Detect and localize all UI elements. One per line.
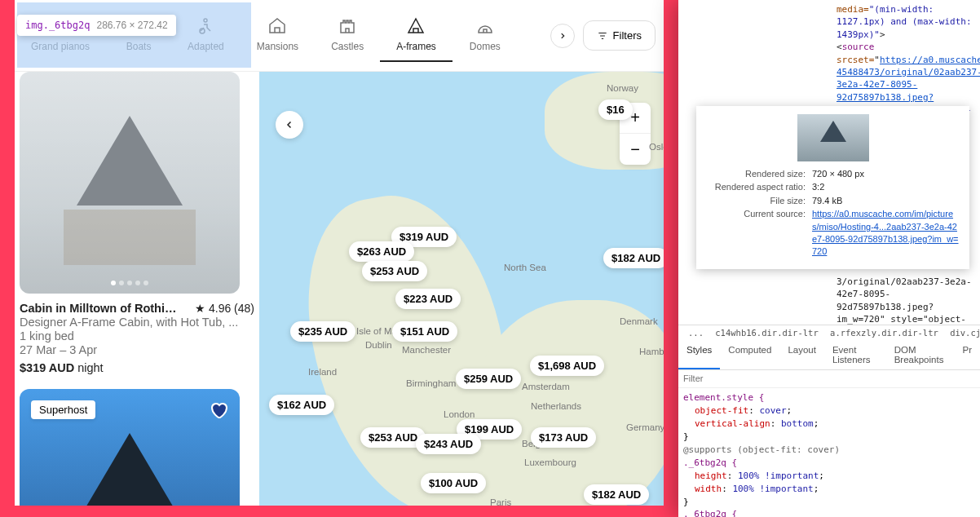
popup-value: 79.4 kB (812, 195, 960, 207)
filter-icon (597, 30, 608, 42)
listing-rating: ★ 4.96 (48) (195, 302, 254, 315)
css-selector: ._6tbg2q { (683, 457, 737, 468)
listing-dates: 27 Mar – 3 Apr (20, 343, 254, 356)
css-prop[interactable]: width (695, 484, 722, 494)
aframe-icon (406, 16, 426, 36)
dot[interactable] (143, 281, 148, 285)
cat-mansions[interactable]: Mansions (241, 10, 315, 62)
mansion-icon (267, 16, 287, 36)
filters-button[interactable]: Filters (583, 20, 656, 51)
tab-computed[interactable]: Computed (720, 340, 779, 369)
price-pill[interactable]: $223 AUD (395, 289, 461, 309)
price-pill[interactable]: $1,698 AUD (530, 356, 604, 376)
listing-image[interactable]: Superhost (20, 389, 240, 506)
price-pill[interactable]: $253 AUD (362, 261, 427, 281)
image-hover-popup: Rendered size:720 × 480 px Rendered aspe… (696, 106, 969, 269)
crumb[interactable]: div.cjv59qb.dir.dir-ltr (950, 328, 980, 338)
price-pill[interactable]: $16 (598, 99, 633, 120)
dom-breadcrumbs[interactable]: ... c14whb16.dir.dir-ltr a.rfexzly.dir.d… (678, 325, 980, 340)
styles-filter-input[interactable] (683, 373, 975, 383)
price-suffix: night (74, 361, 103, 374)
dot[interactable] (135, 281, 140, 285)
tab-styles[interactable]: Styles (678, 340, 720, 369)
styles-filter-row (678, 370, 980, 388)
inspector-tooltip: img._6tbg2q 286.76 × 272.42 (17, 15, 176, 36)
category-next-button[interactable] (550, 24, 575, 48)
popup-thumbnail (797, 114, 869, 161)
dot[interactable] (127, 281, 132, 285)
listing-image[interactable] (20, 72, 240, 294)
popup-key: File size: (706, 195, 812, 207)
popup-value: 3:2 (812, 181, 960, 193)
css-selector: ._6tbg2q { (683, 509, 737, 517)
cat-aframes[interactable]: A-frames (380, 10, 452, 62)
listing-beds: 1 king bed (20, 329, 254, 342)
css-val[interactable]: 100% !important (732, 484, 813, 494)
tab-event-listeners[interactable]: Event Listeners (824, 340, 886, 369)
css-val[interactable]: 100% !important (738, 471, 819, 481)
cat-domes[interactable]: Domes (452, 10, 518, 62)
cat-label: Mansions (257, 41, 298, 52)
listing-price: $319 AUD night (20, 361, 254, 374)
map-panel[interactable]: + − Norway Oslo North Sea Denmark Hambur… (259, 72, 664, 506)
dot[interactable] (111, 281, 116, 285)
superhost-badge: Superhost (31, 400, 95, 419)
popup-key: Rendered aspect ratio: (706, 181, 812, 193)
listing-info: Cabin in Milltown of Rothie... ★ 4.96 (4… (20, 294, 254, 374)
content-area: Cabin in Milltown of Rothie... ★ 4.96 (4… (15, 72, 664, 506)
price-pill[interactable]: $243 AUD (416, 434, 481, 454)
devtools-tabs: Styles Computed Layout Event Listeners D… (678, 340, 980, 370)
zoom-out-button[interactable]: − (620, 134, 651, 165)
price-pill[interactable]: $182 AUD (584, 484, 649, 505)
tooltip-selector: img._6tbg2q (25, 20, 90, 31)
map-back-button[interactable] (276, 111, 303, 139)
price-pill[interactable]: $100 AUD (421, 473, 486, 493)
popup-value: 720 × 480 px (812, 168, 960, 180)
listing-card-1[interactable]: Cabin in Milltown of Rothie... ★ 4.96 (4… (20, 72, 254, 374)
crumb[interactable]: ... (688, 328, 704, 338)
crumb[interactable]: c14whb16.dir.dir-ltr (715, 328, 818, 338)
price-pill[interactable]: $182 AUD (603, 248, 664, 268)
tab-layout[interactable]: Layout (779, 340, 824, 369)
price-pill[interactable]: $151 AUD (392, 321, 457, 342)
price-pill[interactable]: $263 AUD (349, 241, 414, 262)
castle-icon (338, 16, 357, 36)
tab-dom-breakpoints[interactable]: DOM Breakpoints (886, 340, 955, 369)
css-val[interactable]: bottom (781, 418, 814, 429)
devtools-panel: media="(min-width: 1127.1px) and (max-wi… (678, 0, 980, 517)
dome-icon (475, 16, 495, 36)
crumb[interactable]: a.rfexzly.dir.dir-ltr (830, 328, 938, 338)
css-val[interactable]: cover (759, 405, 786, 416)
tooltip-dims: 286.76 × 272.42 (96, 20, 167, 31)
popup-key: Rendered size: (706, 168, 812, 180)
tab-more[interactable]: Pr (955, 340, 981, 369)
css-prop[interactable]: height (695, 471, 727, 481)
dom-line: 3/original/02aab237-3e2a-42e7-8095-92d75… (837, 276, 977, 325)
css-selector: element.style { (683, 392, 764, 403)
cat-label: Castles (331, 41, 364, 52)
popup-source-link[interactable]: https://a0.muscache.com/im/pictures/miso… (812, 208, 960, 258)
styles-panel[interactable]: element.style { object-fit: cover; verti… (678, 388, 980, 517)
cat-label: A-frames (396, 41, 436, 52)
price-pill[interactable]: $173 AUD (531, 427, 596, 448)
filters-label: Filters (613, 29, 642, 42)
listing-title: Cabin in Milltown of Rothie... (20, 302, 179, 315)
cat-castles[interactable]: Castles (315, 10, 380, 62)
price-pill[interactable]: $235 AUD (290, 321, 355, 342)
favorite-button[interactable] (209, 400, 228, 420)
dom-tree[interactable]: media="(min-width: 1127.1px) and (max-wi… (678, 0, 980, 325)
css-supports: @supports (object-fit: cover) (683, 444, 975, 457)
price-amount: $319 AUD (20, 361, 74, 374)
chevron-left-icon (285, 120, 294, 130)
price-pill[interactable]: $162 AUD (269, 395, 334, 415)
price-pill[interactable]: $259 AUD (456, 369, 521, 389)
airbnb-window: img._6tbg2q 286.76 × 272.42 Grand pianos… (15, 0, 664, 506)
image-dots (111, 281, 148, 285)
listings-panel: Cabin in Milltown of Rothie... ★ 4.96 (4… (15, 72, 259, 506)
cat-label: Domes (470, 41, 501, 52)
css-prop[interactable]: vertical-align (695, 418, 770, 429)
map-label-northsea: North Sea (504, 263, 546, 272)
listing-card-2[interactable]: Superhost (20, 389, 254, 506)
css-prop[interactable]: object-fit (695, 405, 748, 416)
dot[interactable] (119, 281, 124, 285)
